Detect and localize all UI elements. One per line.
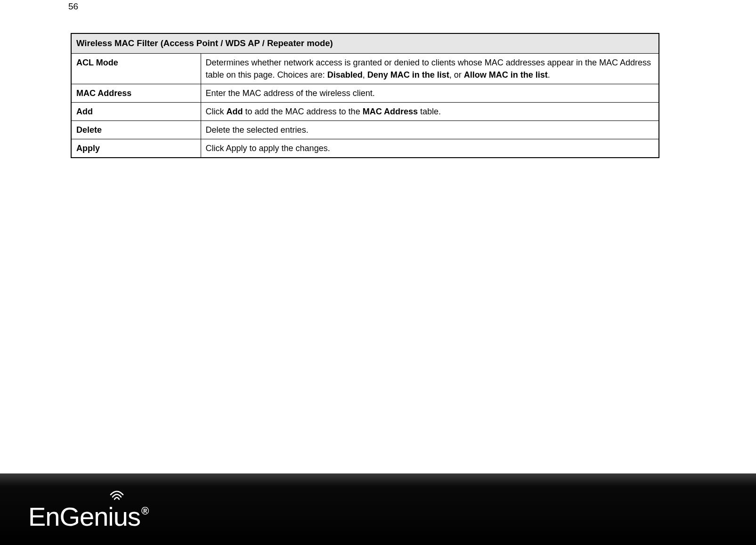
row-label: MAC Address — [71, 84, 201, 103]
row-description: Enter the MAC address of the wireless cl… — [201, 84, 659, 103]
row-label: Delete — [71, 121, 201, 139]
brand-logo: EnGen ius® — [28, 501, 148, 532]
table-body: ACL ModeDetermines whether network acces… — [71, 53, 659, 158]
row-label: Apply — [71, 139, 201, 158]
table-row: AddClick Add to add the MAC address to t… — [71, 103, 659, 121]
table-header: Wireless MAC Filter (Access Point / WDS … — [71, 33, 659, 53]
table-row: DeleteDelete the selected entries. — [71, 121, 659, 139]
page-footer: EnGen ius® — [0, 473, 756, 545]
row-description: Delete the selected entries. — [201, 121, 659, 139]
row-description: Click Add to add the MAC address to the … — [201, 103, 659, 121]
table-row: ACL ModeDetermines whether network acces… — [71, 53, 659, 84]
row-label: Add — [71, 103, 201, 121]
brand-text-part1: EnGen — [28, 501, 108, 532]
table-row: MAC AddressEnter the MAC address of the … — [71, 84, 659, 103]
row-label: ACL Mode — [71, 53, 201, 84]
page-number: 56 — [68, 1, 78, 12]
mac-filter-table: Wireless MAC Filter (Access Point / WDS … — [71, 33, 659, 158]
brand-text-part2: ius — [108, 501, 140, 532]
row-description: Click Apply to apply the changes. — [201, 139, 659, 158]
table-row: ApplyClick Apply to apply the changes. — [71, 139, 659, 158]
registered-mark-icon: ® — [141, 505, 149, 517]
row-description: Determines whether network access is gra… — [201, 53, 659, 84]
wifi-icon — [110, 490, 124, 501]
